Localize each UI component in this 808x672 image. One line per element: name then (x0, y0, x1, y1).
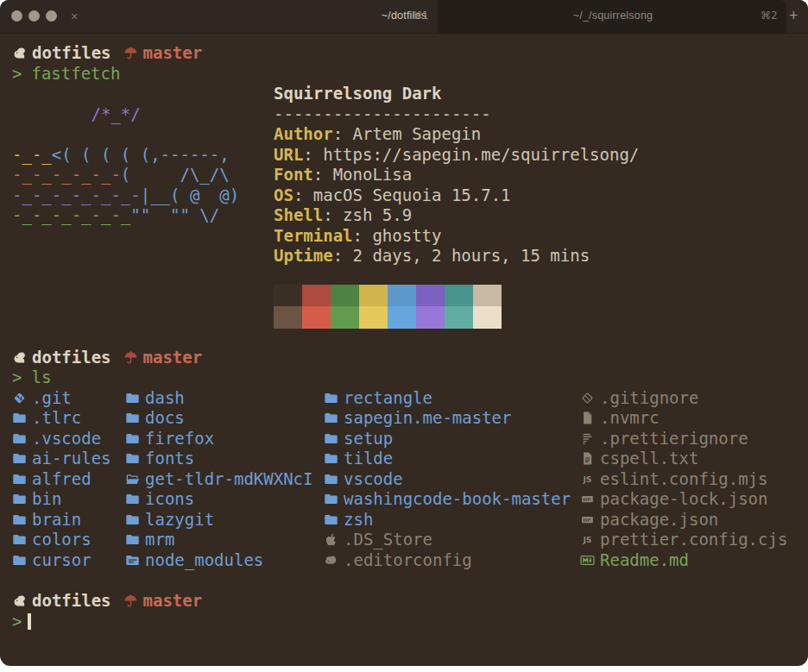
text-cursor (28, 613, 31, 630)
file-text-icon (580, 451, 595, 466)
traffic-light-minimize[interactable] (28, 10, 40, 22)
ls-output: .git.tlrc.vscodeai-rulesalfredbinbrainco… (12, 388, 808, 571)
file-entry: .vscode (12, 429, 125, 449)
file-entry: brain (12, 510, 125, 531)
window-controls[interactable] (11, 10, 57, 22)
prompt-caret: > (12, 64, 22, 83)
info-value: https://sapegin.me/squirrelsong/ (323, 145, 639, 164)
info-label: Author (274, 124, 333, 143)
terminal-window: × ~/dotfiles ⌘1 ~/_/squirrelsong ⌘2 + do… (0, 0, 808, 666)
command-text: ls (31, 367, 51, 386)
prompt-line: dotfilesmaster (12, 43, 808, 64)
new-tab-button[interactable]: + (789, 7, 799, 25)
close-tab-icon[interactable]: × (71, 9, 78, 24)
info-row: Shell: zsh 5.9 (274, 205, 639, 226)
tab-title-squirrelsong[interactable]: ~/_/squirrelsong (544, 9, 682, 22)
file-name: setup (344, 429, 393, 449)
traffic-light-maximize[interactable] (46, 10, 57, 22)
info-value: Artem Sapegin (353, 124, 482, 143)
folder-icon (12, 512, 27, 527)
palette-swatch (302, 285, 331, 307)
file-name: rectangle (344, 388, 432, 409)
art-line: /*_*/ (12, 104, 274, 125)
file-entry: ai-rules (12, 449, 125, 469)
file-name: package-lock.json (600, 489, 767, 510)
file-name: ai-rules (32, 449, 111, 469)
command-text: fastfetch (31, 64, 120, 83)
fastfetch-info: Squirrelsong Dark----------------------A… (274, 84, 639, 267)
info-label: Uptime (274, 246, 333, 265)
file-name: sapegin.me-master (344, 408, 511, 429)
file-entry: lazygit (125, 510, 324, 531)
file-entry: .gitignore (580, 388, 808, 409)
art-segment: /*_*/ (12, 104, 141, 123)
folder-icon (125, 391, 140, 405)
tab-shortcut-2: ⌘2 (761, 9, 778, 22)
info-label: URL (274, 145, 303, 164)
info-colon: : (294, 185, 313, 204)
prompt-dir: dotfiles (32, 348, 111, 367)
folder-icon (324, 411, 338, 425)
file-entry: cursor (12, 550, 125, 571)
info-row: Uptime: 2 days, 2 hours, 15 mins (274, 246, 639, 267)
folder-icon (12, 532, 27, 547)
prompt-line: dotfilesmaster (12, 591, 808, 612)
info-row: OS: macOS Sequoia 15.7.1 (274, 185, 639, 206)
folder-icon (125, 451, 140, 466)
apple-icon (324, 532, 338, 547)
file-entry: .editorconfig (324, 550, 580, 571)
umbrella-icon (123, 46, 138, 60)
js-icon: JS (580, 472, 595, 487)
file-entry: Readme.md (580, 550, 808, 571)
art-segment: -_-_-_-_-_- (12, 165, 121, 184)
info-colon: : (303, 145, 323, 164)
traffic-light-close[interactable] (11, 10, 22, 22)
art-line (12, 84, 274, 104)
file-name: brain (32, 510, 81, 531)
file-entry: get-tldr-mdKWXNcI (125, 469, 324, 490)
squirrel-icon (12, 350, 27, 365)
command-line-2: >ls (12, 367, 808, 388)
prompt-caret: > (12, 612, 22, 631)
file-name: alfred (32, 469, 92, 490)
palette-swatch (274, 306, 302, 329)
terminal[interactable]: dotfilesmaster >fastfetch /*_*/-_-_<( ( … (0, 34, 808, 631)
file-entry: .DS_Store (324, 530, 580, 550)
file-name: .DS_Store (344, 530, 432, 550)
info-row: Font: MonoLisa (274, 165, 639, 185)
git-branch: master (143, 591, 203, 610)
npm-icon (580, 492, 595, 506)
info-colon: : (333, 246, 353, 265)
squirrel-icon (12, 593, 27, 608)
file-entry: icons (125, 489, 324, 510)
art-segment: -_-_-_-_-_-_- (12, 185, 141, 204)
file-icon (580, 411, 595, 425)
file-name: prettier.config.cjs (600, 530, 787, 550)
tab-title-dotfiles[interactable]: ~/dotfiles (344, 9, 464, 22)
info-colon: : (323, 205, 343, 224)
file-name: colors (32, 530, 92, 550)
file-name: firefox (145, 429, 214, 449)
folder-icon (12, 411, 27, 425)
folder-npm-icon (125, 553, 140, 568)
file-entry: .nvmrc (580, 408, 808, 429)
info-colon: : (313, 165, 333, 184)
file-entry: fonts (125, 449, 324, 469)
file-name: Readme.md (600, 550, 689, 571)
file-name: washingcode-book-master (344, 489, 571, 510)
git-branch: master (143, 43, 203, 62)
file-entry: colors (12, 530, 125, 550)
file-name: tilde (344, 449, 393, 469)
art-segment: "" "" \/ (130, 205, 219, 224)
palette-swatch (388, 306, 416, 329)
file-name: fonts (145, 449, 194, 469)
file-entry: JSeslint.config.mjs (580, 469, 808, 490)
file-name: cursor (32, 550, 92, 571)
js-icon: JS (580, 532, 595, 547)
art-segment: -_-_ (12, 145, 52, 164)
input-line[interactable]: > (12, 612, 808, 632)
folder-icon (324, 492, 338, 506)
info-title: Squirrelsong Dark (274, 84, 639, 104)
file-name: node_modules (145, 550, 263, 571)
ls-column: rectanglesapegin.me-mastersetuptildevsco… (324, 388, 580, 571)
